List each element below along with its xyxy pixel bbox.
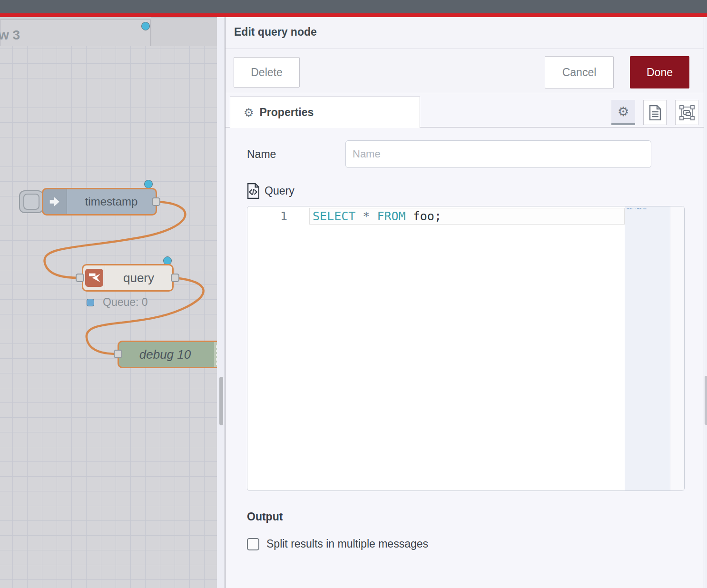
node-label: query — [105, 271, 172, 285]
gear-icon: ⚙ — [618, 104, 629, 119]
workspace-scrollbar-thumb[interactable] — [219, 377, 223, 425]
status-text: Queue: 0 — [103, 296, 148, 309]
dialog-header: Edit query node — [226, 17, 707, 49]
node-inject-timestamp[interactable]: timestamp — [42, 188, 157, 216]
dialog-button-row: Delete Cancel Done — [226, 49, 707, 93]
done-button[interactable]: Done — [630, 56, 689, 88]
description-view-button[interactable] — [643, 100, 667, 125]
flow-tabbar: w 3 — [0, 17, 217, 46]
dialog-tabrow: ⚙ Properties ⚙ — [226, 93, 707, 127]
mysql-node-icon — [85, 269, 103, 287]
flow-tab-label: w 3 — [0, 28, 20, 43]
node-label: debug 10 — [119, 347, 225, 362]
name-input[interactable] — [345, 140, 651, 168]
node-debug[interactable]: debug 10 — [118, 341, 225, 368]
gear-icon: ⚙ — [244, 106, 254, 119]
output-section-heading: Output — [247, 510, 283, 523]
sql-keyword: FROM — [377, 209, 405, 223]
appearance-icon — [679, 105, 695, 120]
cancel-button[interactable]: Cancel — [545, 56, 614, 88]
inject-changed-dot — [144, 180, 153, 188]
inject-icon-region — [43, 189, 67, 214]
inject-trigger-button-inner — [23, 194, 39, 210]
dialog-title: Edit query node — [234, 26, 317, 39]
sql-identifier: foo; — [406, 209, 442, 223]
sql-keyword: SELECT — [313, 209, 355, 223]
split-results-row: Split results in multiple messages — [247, 538, 428, 550]
split-results-label: Split results in multiple messages — [266, 538, 428, 550]
tab-changed-dot — [141, 22, 150, 30]
header-bar — [0, 0, 707, 13]
query-input-port[interactable] — [76, 274, 84, 282]
query-field-row: Query — [247, 183, 295, 199]
editor-minimap[interactable]: SELECT * FROM foo; — [625, 206, 670, 490]
inject-arrow-icon — [48, 195, 62, 209]
delete-button[interactable]: Delete — [234, 57, 300, 88]
header-red-divider — [0, 13, 707, 17]
tab-properties[interactable]: ⚙ Properties — [230, 97, 420, 128]
flow-canvas[interactable] — [0, 46, 217, 588]
node-query[interactable]: query — [82, 264, 174, 292]
flow-tab-active[interactable]: w 3 — [0, 20, 151, 46]
status-dot-icon — [87, 299, 94, 306]
properties-view-button[interactable]: ⚙ — [611, 100, 635, 125]
sql-operator: * — [355, 209, 377, 223]
document-icon — [649, 105, 661, 120]
query-output-port[interactable] — [171, 274, 179, 282]
query-node-status: Queue: 0 — [87, 296, 148, 309]
sql-code-editor[interactable]: 1 SELECT * FROM foo; SELECT * FROM foo; — [247, 206, 685, 491]
minimap-code-text: SELECT * FROM foo; — [627, 207, 647, 210]
debug-input-port[interactable] — [114, 350, 122, 358]
editor-scrollbar-area[interactable] — [670, 206, 685, 490]
dialog-scrollbar-thumb[interactable] — [705, 376, 707, 425]
dialog-scrollbar[interactable] — [704, 17, 707, 588]
name-field-label: Name — [247, 148, 276, 161]
edit-node-dialog: Edit query node Delete Cancel Done ⚙ Pro… — [225, 17, 707, 588]
appearance-view-button[interactable] — [675, 100, 698, 125]
inject-trigger-button[interactable] — [19, 190, 44, 213]
query-field-label: Query — [265, 185, 295, 197]
flow-tab-next[interactable] — [151, 17, 217, 46]
split-results-checkbox[interactable] — [247, 538, 259, 550]
inject-output-port[interactable] — [152, 197, 160, 206]
tab-properties-label: Properties — [260, 106, 314, 119]
editor-line-number: 1 — [247, 209, 287, 223]
node-label: timestamp — [67, 195, 156, 208]
editor-code-line: SELECT * FROM foo; — [313, 209, 442, 223]
file-code-icon — [247, 183, 260, 199]
query-icon-region — [83, 265, 105, 290]
workspace-scrollbar[interactable] — [217, 17, 225, 588]
flow-workspace: w 3 timestamp quer — [0, 17, 225, 588]
